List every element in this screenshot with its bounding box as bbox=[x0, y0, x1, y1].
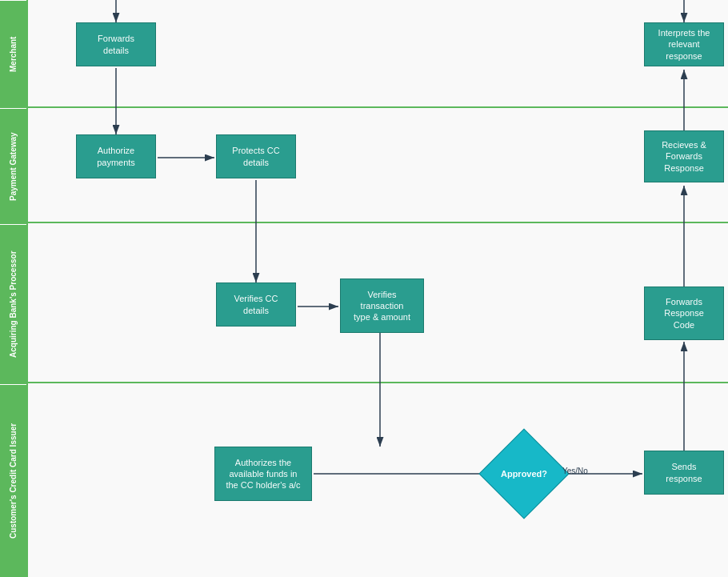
yes-no-label: Yes/No bbox=[562, 467, 588, 475]
approved-diamond bbox=[478, 428, 569, 519]
lane-merchant-label: Merchant bbox=[0, 0, 26, 108]
lane-issuer-label: Customer's Credit Card Issuer bbox=[0, 384, 26, 577]
divider-gateway-processor bbox=[28, 222, 728, 223]
authorizes-funds-box: Authorizes theavailable funds inthe CC h… bbox=[214, 447, 312, 501]
authorize-payments-box: Authorizepayments bbox=[76, 134, 156, 178]
forwards-details-box: Forwardsdetails bbox=[76, 22, 156, 66]
sends-response-box: Sendsresponse bbox=[644, 451, 724, 495]
divider-processor-issuer bbox=[28, 382, 728, 383]
lane-gateway-label: Payment Gateway bbox=[0, 108, 26, 224]
receives-forwards-box: Recieves &ForwardsResponse bbox=[644, 130, 724, 182]
lane-processor-label: Acquiring Bank's Processor bbox=[0, 224, 26, 384]
approved-diamond-container: Approved? bbox=[492, 442, 556, 506]
interprets-response-box: Interprets therelevantresponse bbox=[644, 22, 724, 66]
diagram-container: Merchant Payment Gateway Acquiring Bank'… bbox=[0, 0, 728, 577]
verifies-cc-box: Verifies CCdetails bbox=[216, 282, 296, 327]
protects-cc-box: Protects CCdetails bbox=[216, 134, 296, 178]
forwards-response-code-box: ForwardsResponseCode bbox=[644, 286, 724, 340]
lanes-sidebar: Merchant Payment Gateway Acquiring Bank'… bbox=[0, 0, 28, 577]
verifies-transaction-box: Verifiestransactiontype & amount bbox=[340, 278, 424, 333]
divider-merchant-gateway bbox=[28, 106, 728, 108]
diagram-main: Forwardsdetails Interprets therelevantre… bbox=[28, 0, 728, 577]
